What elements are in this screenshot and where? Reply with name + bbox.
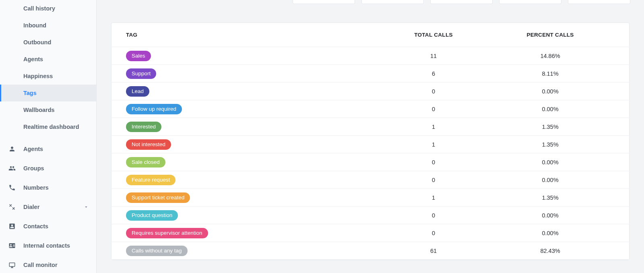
- table-body: Sales1114.86%Support68.11%Lead00.00%Foll…: [111, 47, 629, 260]
- table-row[interactable]: Follow up required00.00%: [111, 100, 629, 118]
- table-row[interactable]: Product question00.00%: [111, 207, 629, 224]
- sidebar-item-groups[interactable]: Groups: [0, 159, 96, 178]
- tag-pill: Product question: [126, 210, 178, 221]
- sidebar-item-realtime-dashboard[interactable]: Realtime dashboard: [0, 118, 96, 135]
- filter-box[interactable]: [499, 0, 561, 4]
- chevron-down-icon: [83, 204, 89, 210]
- cell-tag: Calls without any tag: [126, 246, 381, 256]
- cell-percent: 0.00%: [486, 88, 615, 95]
- cell-total: 1: [381, 194, 486, 201]
- sidebar-item-label: Internal contacts: [23, 242, 70, 249]
- sidebar-item-call-monitor[interactable]: Call monitor: [0, 255, 96, 273]
- sidebar-item-contacts[interactable]: Contacts: [0, 217, 96, 236]
- table-row[interactable]: Support68.11%: [111, 65, 629, 83]
- cell-percent: 1.35%: [486, 141, 615, 148]
- table-row[interactable]: Calls without any tag6182.43%: [111, 242, 629, 260]
- tag-pill: Not interested: [126, 139, 171, 150]
- tag-pill: Interested: [126, 122, 161, 132]
- filter-box[interactable]: [361, 0, 424, 4]
- table-row[interactable]: Feature request00.00%: [111, 171, 629, 189]
- cell-tag: Support: [126, 68, 381, 79]
- sidebar-sub-list: Call historyInboundOutboundAgentsHappine…: [0, 0, 96, 135]
- table-header-row: TAG TOTAL CALLS PERCENT CALLS: [111, 23, 629, 47]
- cell-percent: 1.35%: [486, 194, 615, 201]
- cell-tag: Lead: [126, 86, 381, 97]
- cell-total: 61: [381, 248, 486, 254]
- cell-total: 1: [381, 124, 486, 130]
- filter-box[interactable]: [430, 0, 493, 4]
- sidebar-item-tags[interactable]: Tags: [0, 85, 96, 101]
- table-row[interactable]: Sales1114.86%: [111, 47, 629, 65]
- cell-tag: Feature request: [126, 175, 381, 185]
- sidebar-item-label: Dialer: [23, 204, 39, 210]
- filter-strip: [97, 0, 644, 12]
- tag-pill: Follow up required: [126, 104, 182, 114]
- main-content: TAG TOTAL CALLS PERCENT CALLS Sales1114.…: [97, 0, 644, 273]
- tag-pill: Calls without any tag: [126, 246, 188, 256]
- table-row[interactable]: Interested11.35%: [111, 118, 629, 136]
- sidebar-item-label: Realtime dashboard: [23, 124, 79, 130]
- cell-tag: Requires supervisor attention: [126, 228, 381, 238]
- filter-box[interactable]: [293, 0, 355, 4]
- cell-tag: Interested: [126, 122, 381, 132]
- sidebar-item-wallboards[interactable]: Wallboards: [0, 101, 96, 118]
- tag-pill: Sale closed: [126, 157, 165, 168]
- tag-pill: Sales: [126, 51, 151, 61]
- table-row[interactable]: Lead00.00%: [111, 83, 629, 100]
- cell-total: 0: [381, 177, 486, 183]
- table-row[interactable]: Support ticket created11.35%: [111, 189, 629, 207]
- cell-percent: 0.00%: [486, 230, 615, 236]
- cell-percent: 0.00%: [486, 159, 615, 165]
- sidebar-item-happiness[interactable]: Happiness: [0, 68, 96, 85]
- sidebar-item-agents[interactable]: Agents: [0, 139, 96, 159]
- sidebar-item-dialer[interactable]: Dialer: [0, 197, 96, 217]
- cell-percent: 0.00%: [486, 106, 615, 112]
- cell-tag: Sales: [126, 51, 381, 61]
- col-tag: TAG: [126, 32, 381, 38]
- tags-table-card: TAG TOTAL CALLS PERCENT CALLS Sales1114.…: [111, 23, 630, 260]
- sidebar-item-outbound[interactable]: Outbound: [0, 34, 96, 51]
- cell-tag: Product question: [126, 210, 381, 221]
- cell-total: 0: [381, 230, 486, 236]
- col-total: TOTAL CALLS: [381, 32, 486, 38]
- table-row[interactable]: Sale closed00.00%: [111, 153, 629, 171]
- cell-total: 0: [381, 212, 486, 219]
- cell-tag: Sale closed: [126, 157, 381, 168]
- cell-total: 0: [381, 88, 486, 95]
- person-icon: [8, 145, 16, 153]
- table-row[interactable]: Not interested11.35%: [111, 136, 629, 153]
- tag-pill: Requires supervisor attention: [126, 228, 208, 238]
- dialer-icon: [8, 203, 16, 211]
- sidebar-item-label: Call history: [23, 5, 55, 12]
- sidebar-item-numbers[interactable]: Numbers: [0, 178, 96, 197]
- sidebar-item-internal-contacts[interactable]: Internal contacts: [0, 236, 96, 255]
- sidebar-item-label: Contacts: [23, 223, 48, 230]
- badge-icon: [8, 242, 16, 250]
- monitor-icon: [8, 261, 16, 269]
- sidebar-item-label: Agents: [23, 146, 43, 152]
- tag-pill: Support: [126, 68, 156, 79]
- sidebar-item-label: Wallboards: [23, 107, 55, 113]
- sidebar-item-label: Agents: [23, 56, 43, 62]
- tag-pill: Support ticket created: [126, 192, 190, 203]
- sidebar-item-label: Groups: [23, 165, 44, 172]
- sidebar: Call historyInboundOutboundAgentsHappine…: [0, 0, 97, 273]
- cell-percent: 82.43%: [486, 248, 615, 254]
- sidebar-item-label: Tags: [23, 90, 37, 96]
- sidebar-item-call-history[interactable]: Call history: [0, 0, 96, 17]
- filter-box[interactable]: [568, 0, 630, 4]
- tag-pill: Feature request: [126, 175, 175, 185]
- tag-pill: Lead: [126, 86, 149, 97]
- table-row[interactable]: Requires supervisor attention00.00%: [111, 224, 629, 242]
- cell-total: 6: [381, 70, 486, 77]
- phone-icon: [8, 184, 16, 192]
- sidebar-item-inbound[interactable]: Inbound: [0, 17, 96, 34]
- cell-tag: Follow up required: [126, 104, 381, 114]
- cell-percent: 1.35%: [486, 124, 615, 130]
- cell-percent: 8.11%: [486, 70, 615, 77]
- cell-total: 1: [381, 141, 486, 148]
- cell-total: 0: [381, 159, 486, 165]
- cell-total: 11: [381, 53, 486, 59]
- cell-percent: 14.86%: [486, 53, 615, 59]
- sidebar-item-agents-sub[interactable]: Agents: [0, 51, 96, 68]
